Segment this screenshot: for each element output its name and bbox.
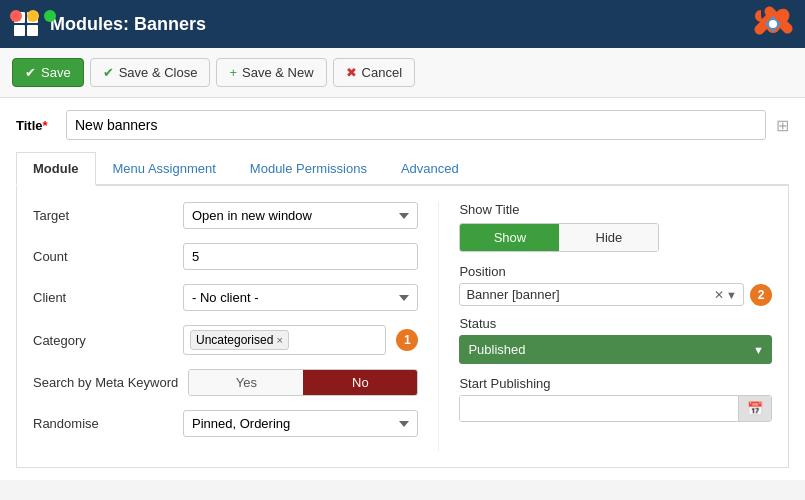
toolbar: ✔ Save ✔ Save & Close + Save & New ✖ Can… (0, 48, 805, 98)
main-panel: Target Open in new window Open in parent… (16, 186, 789, 468)
category-tag-input[interactable]: Uncategorised × (183, 325, 386, 355)
position-chevron-icon[interactable]: ▼ (726, 289, 737, 301)
title-input[interactable] (66, 110, 766, 140)
search-meta-no[interactable]: No (303, 370, 417, 395)
category-label: Category (33, 333, 173, 348)
randomise-select[interactable]: Pinned, Ordering Random (183, 410, 418, 437)
traffic-light-red[interactable] (10, 10, 22, 22)
search-meta-yes[interactable]: Yes (189, 370, 303, 395)
start-publishing-input[interactable] (460, 396, 738, 421)
count-label: Count (33, 249, 173, 264)
status-section: Status Published Unpublished Trashed ▼ (459, 316, 772, 364)
search-meta-label: Search by Meta Keyword (33, 375, 178, 390)
title-bar: Modules: Banners (0, 0, 805, 48)
svg-rect-2 (14, 25, 25, 36)
status-label: Status (459, 316, 772, 331)
tab-module-permissions[interactable]: Module Permissions (233, 152, 384, 186)
show-btn[interactable]: Show (460, 224, 559, 251)
start-publishing-label: Start Publishing (459, 376, 772, 391)
start-publishing-section: Start Publishing 📅 (459, 376, 772, 422)
hide-btn[interactable]: Hide (559, 224, 658, 251)
position-clear-icon[interactable]: ✕ (714, 288, 724, 302)
position-section: Position Banner [banner] ✕ ▼ 2 (459, 264, 772, 306)
category-tag-remove[interactable]: × (276, 334, 282, 346)
cancel-label: Cancel (362, 65, 402, 80)
target-row: Target Open in new window Open in parent… (33, 202, 418, 229)
save-close-check-icon: ✔ (103, 65, 114, 80)
tabs-bar: Module Menu Assignment Module Permission… (16, 152, 789, 186)
title-row: Title* ⊞ (16, 110, 789, 140)
title-label: Title* (16, 118, 56, 133)
start-publishing-input-wrapper: 📅 (459, 395, 772, 422)
save-close-button[interactable]: ✔ Save & Close (90, 58, 211, 87)
save-label: Save (41, 65, 71, 80)
right-column: Show Title Show Hide Position Banner [ba… (439, 202, 772, 451)
tab-advanced[interactable]: Advanced (384, 152, 476, 186)
tab-module[interactable]: Module (16, 152, 96, 186)
tab-menu-assignment[interactable]: Menu Assignment (96, 152, 233, 186)
search-meta-row: Search by Meta Keyword Yes No (33, 369, 418, 396)
position-actions: ✕ ▼ (714, 288, 737, 302)
status-select[interactable]: Published Unpublished Trashed (459, 335, 772, 364)
count-input[interactable] (183, 243, 418, 270)
page-title: Modules: Banners (50, 14, 206, 35)
cancel-x-icon: ✖ (346, 65, 357, 80)
content-area: Title* ⊞ Module Menu Assignment Module P… (0, 98, 805, 480)
calendar-icon[interactable]: 📅 (738, 396, 771, 421)
svg-point-4 (769, 20, 777, 28)
traffic-light-yellow[interactable] (27, 10, 39, 22)
show-hide-toggle: Show Hide (459, 223, 659, 252)
client-select[interactable]: - No client - (183, 284, 418, 311)
traffic-light-green[interactable] (44, 10, 56, 22)
target-select[interactable]: Open in new window Open in parent window… (183, 202, 418, 229)
randomise-label: Randomise (33, 416, 173, 431)
category-badge: 1 (396, 329, 418, 351)
save-new-label: Save & New (242, 65, 314, 80)
search-meta-toggle: Yes No (188, 369, 418, 396)
randomise-row: Randomise Pinned, Ordering Random (33, 410, 418, 437)
cancel-button[interactable]: ✖ Cancel (333, 58, 415, 87)
save-new-button[interactable]: + Save & New (216, 58, 326, 87)
show-title-label: Show Title (459, 202, 772, 217)
count-row: Count (33, 243, 418, 270)
client-row: Client - No client - (33, 284, 418, 311)
client-label: Client (33, 290, 173, 305)
position-label: Position (459, 264, 772, 279)
save-check-icon: ✔ (25, 65, 36, 80)
position-input-wrapper: Banner [banner] ✕ ▼ (459, 283, 744, 306)
joomla-logo (753, 6, 793, 42)
show-title-section: Show Title Show Hide (459, 202, 772, 252)
left-column: Target Open in new window Open in parent… (33, 202, 439, 451)
category-row: Category Uncategorised × 1 (33, 325, 418, 355)
title-corner-icon: ⊞ (776, 116, 789, 135)
save-button[interactable]: ✔ Save (12, 58, 84, 87)
svg-rect-3 (27, 25, 38, 36)
position-tag: Banner [banner] (466, 287, 559, 302)
save-new-plus-icon: + (229, 65, 237, 80)
save-close-label: Save & Close (119, 65, 198, 80)
position-badge: 2 (750, 284, 772, 306)
target-label: Target (33, 208, 173, 223)
category-tag: Uncategorised × (190, 330, 289, 350)
status-select-wrapper: Published Unpublished Trashed ▼ (459, 335, 772, 364)
